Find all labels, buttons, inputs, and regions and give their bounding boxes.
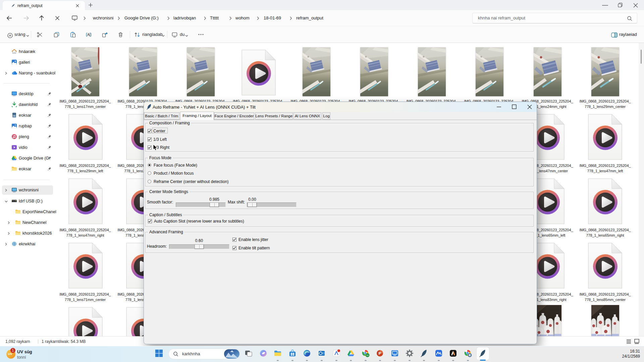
svg-text:P: P xyxy=(379,351,381,355)
svg-text:SJ: SJ xyxy=(366,354,369,356)
